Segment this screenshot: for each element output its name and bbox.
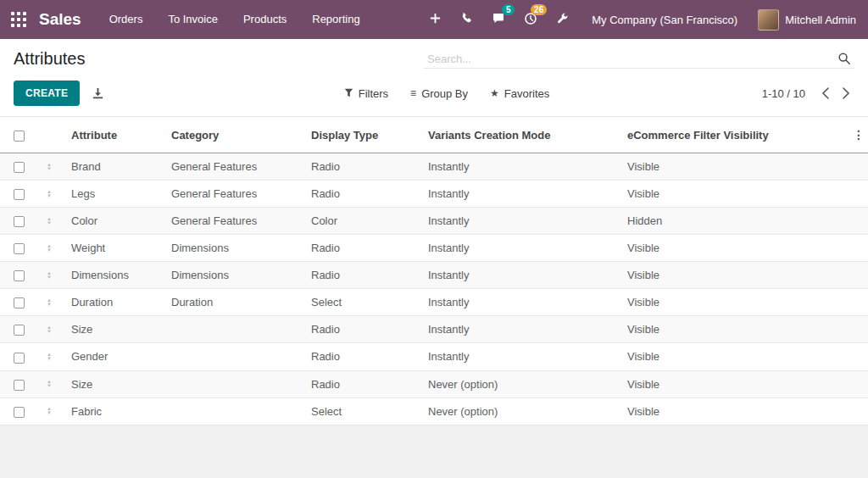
cell-attribute: Size [64,370,164,397]
avatar [758,9,779,31]
quick-add-button[interactable] [420,0,451,39]
optional-columns-icon[interactable]: ⋮ [846,117,868,153]
cell-category: Duration [164,289,304,316]
table-row[interactable]: ▲▼ Size Radio Never (option) Visible [0,370,868,397]
cell-variants-mode: Instantly [421,289,620,316]
table-row[interactable]: ▲▼ Fabric Select Never (option) Visible [0,397,868,425]
messages-button[interactable]: 5 [482,0,515,39]
cell-display-type: Select [304,289,421,316]
cell-attribute: Weight [64,235,164,262]
cell-ecommerce-visibility: Visible [620,370,846,397]
drag-handle-icon[interactable]: ▲▼ [41,407,58,415]
menu-reporting[interactable]: Reporting [299,0,372,39]
cell-variants-mode: Never (option) [421,397,620,425]
cell-ecommerce-visibility: Visible [620,397,846,425]
table-row[interactable]: ▲▼ Dimensions Dimensions Radio Instantly… [0,262,868,289]
systray: 5 26 My Company (San Francisco) Mitchell… [420,0,868,39]
row-checkbox[interactable] [14,216,25,227]
cell-attribute: Color [64,208,164,235]
select-all-checkbox[interactable] [14,131,25,142]
table-row[interactable]: ▲▼ Legs General Features Radio Instantly… [0,181,868,208]
cell-variants-mode: Instantly [421,343,620,370]
pager-next-icon[interactable] [837,86,854,101]
cell-display-type: Radio [304,316,421,343]
cell-ecommerce-visibility: Visible [620,316,846,343]
app-name[interactable]: Sales [39,10,81,29]
drag-handle-icon[interactable]: ▲▼ [41,271,58,280]
drag-handle-icon[interactable]: ▲▼ [41,163,58,171]
cell-category [164,316,304,343]
column-header-category[interactable]: Category [164,117,304,153]
menu-to-invoice[interactable]: To Invoice [155,0,231,39]
column-header-ecommerce-visibility[interactable]: eCommerce Filter Visibility [620,117,846,153]
cell-variants-mode: Instantly [421,316,620,343]
drag-handle-icon[interactable]: ▲▼ [41,353,58,361]
table-row[interactable]: ▲▼ Color General Features Color Instantl… [0,208,868,235]
table-row[interactable]: ▲▼ Gender Radio Instantly Visible [0,343,868,370]
cell-ecommerce-visibility: Visible [620,343,846,370]
activities-count-badge: 26 [531,4,547,15]
table-row[interactable]: ▲▼ Brand General Features Radio Instantl… [0,153,868,181]
export-icon[interactable] [92,87,104,100]
column-header-attribute[interactable]: Attribute [64,117,164,153]
menu-orders[interactable]: Orders [97,0,156,39]
filters-button[interactable]: Filters [344,87,388,100]
create-button[interactable]: CREATE [14,81,80,106]
cell-attribute: Legs [64,181,164,208]
row-checkbox[interactable] [14,243,25,254]
messages-count-badge: 5 [502,4,515,15]
plus-icon [429,12,442,27]
row-checkbox[interactable] [14,380,25,391]
favorites-label: Favorites [504,87,549,100]
voip-button[interactable] [451,0,482,39]
cell-category [164,397,304,425]
cell-attribute: Duration [64,289,164,316]
group-by-button[interactable]: ≡ Group By [410,87,468,100]
cell-category [164,370,304,397]
table-row[interactable]: ▲▼ Weight Dimensions Radio Instantly Vis… [0,235,868,262]
drag-handle-icon[interactable]: ▲▼ [41,380,58,388]
column-header-variants-mode[interactable]: Variants Creation Mode [421,117,620,153]
row-checkbox[interactable] [14,297,25,308]
user-menu[interactable]: Mitchell Admin [751,9,868,31]
user-name: Mitchell Admin [785,14,856,26]
cell-display-type: Radio [304,262,421,289]
cell-variants-mode: Instantly [421,262,620,289]
phone-icon [460,12,473,27]
cell-display-type: Radio [304,343,421,370]
top-navbar: Sales Orders To Invoice Products Reporti… [0,0,868,39]
drag-handle-icon[interactable]: ▲▼ [41,298,58,307]
pager-previous-icon[interactable] [817,86,834,101]
row-checkbox[interactable] [14,407,25,418]
drag-handle-icon[interactable]: ▲▼ [41,217,58,225]
search-icon[interactable] [837,52,851,65]
apps-menu-icon[interactable] [0,0,37,39]
drag-handle-icon[interactable]: ▲▼ [41,190,58,198]
table-header-row: Attribute Category Display Type Variants… [0,117,868,153]
row-checkbox[interactable] [14,353,25,364]
row-checkbox[interactable] [14,325,25,336]
attributes-table: Attribute Category Display Type Variants… [0,116,868,425]
grid-icon [11,12,26,27]
table-row[interactable]: ▲▼ Size Radio Instantly Visible [0,316,868,343]
row-checkbox[interactable] [14,270,25,281]
cell-category: General Features [164,208,304,235]
wrench-icon [556,12,569,27]
column-header-display-type[interactable]: Display Type [304,117,421,153]
cell-category: General Features [164,153,304,181]
drag-handle-icon[interactable]: ▲▼ [41,325,58,334]
empty-area [0,425,868,478]
drag-handle-icon[interactable]: ▲▼ [41,244,58,253]
favorites-button[interactable]: ★ Favorites [490,87,549,100]
activities-button[interactable]: 26 [515,0,547,39]
search-input[interactable] [427,53,837,65]
debug-tools-button[interactable] [547,0,578,39]
company-switcher[interactable]: My Company (San Francisco) [578,14,751,26]
menu-products[interactable]: Products [231,0,299,39]
page-header: Attributes [0,39,868,75]
row-checkbox[interactable] [14,189,25,200]
row-checkbox[interactable] [14,162,25,173]
table-row[interactable]: ▲▼ Duration Duration Select Instantly Vi… [0,289,868,316]
cell-variants-mode: Instantly [421,153,620,181]
cell-display-type: Radio [304,370,421,397]
